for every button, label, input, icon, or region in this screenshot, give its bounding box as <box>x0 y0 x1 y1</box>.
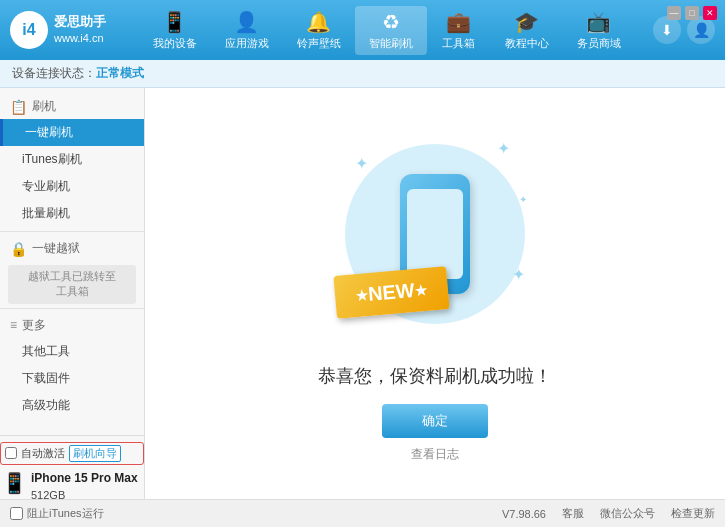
main-layout: 📋 刷机 一键刷机 iTunes刷机 专业刷机 批量刷机 🔒 一键越狱 越狱工具… <box>0 88 725 499</box>
auto-activate-checkbox[interactable] <box>5 447 17 459</box>
guide-button[interactable]: 刷机向导 <box>69 445 121 462</box>
maximize-button[interactable]: □ <box>685 6 699 20</box>
lock-icon: 🔒 <box>10 241 27 257</box>
footer: 阻止iTunes运行 V7.98.66 客服 微信公众号 检查更新 <box>0 499 725 527</box>
minimize-button[interactable]: — <box>667 6 681 20</box>
ringtone-icon: 🔔 <box>306 10 331 34</box>
close-button[interactable]: ✕ <box>703 6 717 20</box>
footer-left: 阻止iTunes运行 <box>10 506 502 521</box>
device-icon: 📱 <box>162 10 187 34</box>
tutorial-icon: 🎓 <box>514 10 539 34</box>
subheader: 设备连接状态： 正常模式 <box>0 60 725 88</box>
tab-my-device[interactable]: 📱 我的设备 <box>139 6 211 55</box>
tab-service[interactable]: 📺 务员商域 <box>563 6 635 55</box>
more-icon: ≡ <box>10 318 17 332</box>
tab-smart-flash[interactable]: ♻ 智能刷机 <box>355 6 427 55</box>
confirm-button[interactable]: 确定 <box>382 404 488 438</box>
success-illustration: ✦ ✦ ✦ ✦ NEW <box>325 124 545 344</box>
sparkle-3: ✦ <box>512 265 525 284</box>
sidebar-item-other-tools[interactable]: 其他工具 <box>0 338 144 365</box>
service-icon: 📺 <box>586 10 611 34</box>
version-text: V7.98.66 <box>502 508 546 520</box>
flash-section-icon: 📋 <box>10 99 27 115</box>
sidebar-flash-header: 📋 刷机 <box>0 94 144 119</box>
download-button[interactable]: ⬇ <box>653 16 681 44</box>
main-content: ✦ ✦ ✦ ✦ NEW 恭喜您，保资料刷机成功啦！ 确定 查看日志 <box>145 88 725 499</box>
sparkle-4: ✦ <box>519 194 527 205</box>
footer-link-wechat[interactable]: 微信公众号 <box>600 506 655 521</box>
success-text: 恭喜您，保资料刷机成功啦！ <box>318 364 552 388</box>
auto-row: 自动激活 刷机向导 <box>0 442 144 465</box>
sidebar: 📋 刷机 一键刷机 iTunes刷机 专业刷机 批量刷机 🔒 一键越狱 越狱工具… <box>0 88 145 499</box>
device-details: iPhone 15 Pro Max 512GB iPhone <box>31 469 138 499</box>
sidebar-item-advanced[interactable]: 高级功能 <box>0 392 144 419</box>
toolbox-icon: 💼 <box>446 10 471 34</box>
sidebar-item-itunes-flash[interactable]: iTunes刷机 <box>0 146 144 173</box>
header-right: ⬇ 👤 <box>653 16 715 44</box>
sparkle-2: ✦ <box>497 139 510 158</box>
footer-link-service[interactable]: 客服 <box>562 506 584 521</box>
logo-text: 爱思助手 www.i4.cn <box>54 13 106 47</box>
itunes-checkbox[interactable] <box>10 507 23 520</box>
tab-app-games[interactable]: 👤 应用游戏 <box>211 6 283 55</box>
sidebar-item-pro-flash[interactable]: 专业刷机 <box>0 173 144 200</box>
tab-tutorial[interactable]: 🎓 教程中心 <box>491 6 563 55</box>
sidebar-item-download-firm[interactable]: 下载固件 <box>0 365 144 392</box>
view-log-link[interactable]: 查看日志 <box>411 446 459 463</box>
sidebar-divider-1 <box>0 231 144 232</box>
app-icon: 👤 <box>234 10 259 34</box>
phone-icon: 📱 <box>2 471 27 495</box>
sparkle-1: ✦ <box>355 154 368 173</box>
tab-toolbox[interactable]: 💼 工具箱 <box>427 6 491 55</box>
flash-icon: ♻ <box>382 10 400 34</box>
footer-link-update[interactable]: 检查更新 <box>671 506 715 521</box>
sidebar-more-header: ≡ 更多 <box>0 313 144 338</box>
sidebar-disabled-box: 越狱工具已跳转至 工具箱 <box>8 265 136 304</box>
footer-right: V7.98.66 客服 微信公众号 检查更新 <box>502 506 715 521</box>
logo-icon: i4 <box>10 11 48 49</box>
sidebar-divider-2 <box>0 308 144 309</box>
logo-area: i4 爱思助手 www.i4.cn <box>10 11 120 49</box>
phone-screen <box>407 189 463 279</box>
device-info: 📱 iPhone 15 Pro Max 512GB iPhone <box>0 469 144 499</box>
app-header: i4 爱思助手 www.i4.cn 📱 我的设备 👤 应用游戏 🔔 铃声壁纸 ♻ <box>0 0 725 60</box>
sidebar-item-batch-flash[interactable]: 批量刷机 <box>0 200 144 227</box>
nav-tabs: 📱 我的设备 👤 应用游戏 🔔 铃声壁纸 ♻ 智能刷机 💼 工具箱 🎓 教 <box>120 6 653 55</box>
tab-ringtone[interactable]: 🔔 铃声壁纸 <box>283 6 355 55</box>
sidebar-item-one-key-flash[interactable]: 一键刷机 <box>0 119 144 146</box>
sidebar-jailbreak-header: 🔒 一键越狱 <box>0 236 144 261</box>
user-button[interactable]: 👤 <box>687 16 715 44</box>
